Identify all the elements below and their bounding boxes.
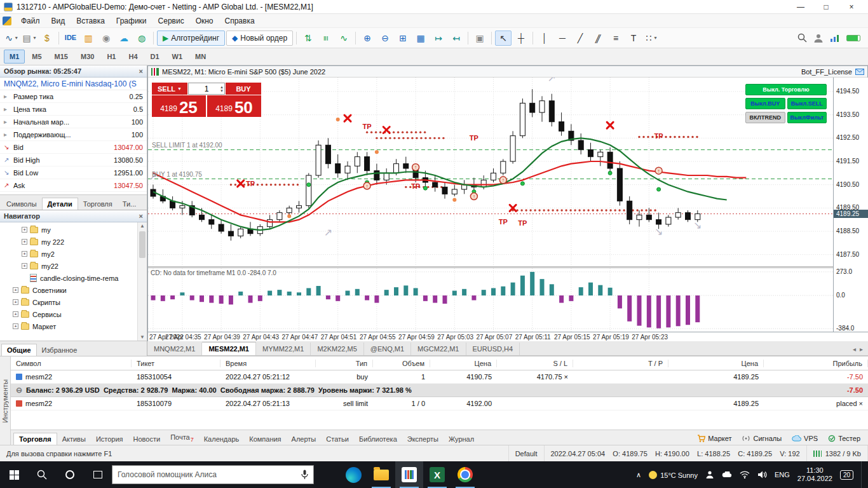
market-watch-row[interactable]: ▸Размер тика0.25 [0,90,147,103]
microphone-icon[interactable] [301,470,308,480]
chart-tab[interactable]: MYMM22,M1 [256,342,311,355]
price-chart[interactable]: ↑↑↑↑↑TPTPTPTPTPTPTP↗↗↗↘↘ SELL▼ ▲▼ BUY 41… [148,78,833,266]
trade-row[interactable]: mesm221853100792022.04.27 05:21:13sell l… [11,397,868,410]
fibonacci-icon[interactable]: ≡ [607,30,624,46]
search-icon[interactable] [797,33,807,43]
chart-tab[interactable]: EURUSD,H4 [466,342,520,355]
vertical-line-icon[interactable]: │ [536,30,553,46]
navigator-item[interactable]: +Сервисы [0,308,147,320]
buy-button[interactable]: BUY [226,83,261,95]
chrome-taskbar-icon[interactable] [451,461,479,488]
scrollbar-thumb[interactable] [139,231,146,258]
expand-icon[interactable]: + [22,239,27,245]
expand-icon[interactable]: + [22,263,27,269]
chart-tab[interactable]: M2KM22,M5 [311,342,363,355]
taskbar-search-input[interactable]: Голосовой помощник Алиса [112,465,314,484]
market-watch-row[interactable]: ↗Bid High13080.50 [0,154,147,166]
new-order-button[interactable]: ◆Новый ордер [226,30,293,46]
mail-icon[interactable] [855,69,864,75]
show-desktop-button[interactable] [861,461,864,488]
navigator-item[interactable]: +Советники [0,284,147,296]
navigator-item[interactable]: +my [0,224,147,236]
market-watch-toggle-icon[interactable]: $ [39,30,55,46]
tick-chart-icon[interactable]: ⇅ [300,30,316,46]
excel-taskbar-icon[interactable]: X [423,461,451,488]
channel-icon[interactable]: ∥ [590,30,606,46]
onedrive-icon[interactable] [722,471,732,478]
start-button[interactable] [0,461,28,488]
column-header[interactable]: Прибыль [764,360,868,367]
timeframe-m15[interactable]: M15 [49,50,74,64]
timeframe-mn[interactable]: MN [189,50,212,64]
market-watch-row[interactable]: ▸Поддерживающ...100 [0,128,147,141]
market-watch-row[interactable]: ↘Bid Low12951.00 [0,166,147,179]
toolbox-tab[interactable]: Эксперты [402,433,444,445]
crosshair-icon[interactable]: ┼ [513,30,529,46]
weather-widget[interactable]: 15°C Sunny [649,471,698,479]
explorer-taskbar-icon[interactable] [367,461,395,488]
price-axis[interactable]: 4194.504193.504192.504191.504190.504189.… [833,78,868,332]
chart-profiles-icon[interactable]: ▤▾ [21,30,37,46]
trade-row[interactable]: mesm221853100542022.04.27 05:21:12buy141… [11,370,868,384]
people-icon[interactable] [705,470,714,479]
timeframe-w1[interactable]: W1 [166,50,189,64]
menu-item[interactable]: Окно [190,15,219,27]
chart-tab[interactable]: MESM22,M1 [202,342,256,355]
column-header[interactable]: S / L [497,360,573,367]
market-watch-row[interactable]: ↗Ask13047.50 [0,179,147,192]
market-watch-row[interactable]: ↘Bid13047.00 [0,141,147,154]
collapse-icon[interactable]: ⊖ [16,386,22,395]
timeframe-m30[interactable]: M30 [75,50,100,64]
toolbox-tab[interactable]: Статьи [321,433,354,445]
scroll-up-icon[interactable]: ▲ [138,223,147,229]
column-header[interactable]: Тикет [132,360,220,367]
close-button[interactable]: × [839,3,864,11]
menu-item[interactable]: Вид [46,15,71,27]
timeframe-d1[interactable]: D1 [145,50,165,64]
toolbox-tab[interactable]: История [91,433,128,445]
toolbox-tab[interactable]: Алерты [287,433,322,445]
ide-icon[interactable]: IDE [62,30,79,46]
navigator-scrollbar[interactable]: ▲ ▼ [137,222,147,341]
toolbox-vertical-tab[interactable]: Инструменты [0,356,11,445]
market-button[interactable]: Маркет [697,435,731,442]
broadcast-icon[interactable]: ◉ [98,30,114,46]
market-watch-row[interactable]: ▸Начальная мар...100 [0,116,147,128]
toolbox-tab[interactable]: Календарь [199,433,245,445]
menu-item[interactable]: Справка [219,15,261,27]
timeframe-h4[interactable]: H4 [123,50,143,64]
bot-filter-button[interactable]: ВыклФильт [787,112,827,123]
cloud-icon[interactable]: ☁ [116,30,132,46]
toolbox-tab[interactable]: Журнал [444,433,479,445]
column-header[interactable]: Тип [316,360,373,367]
notifications-icon[interactable]: 20 [840,470,853,480]
expand-icon[interactable]: + [13,323,18,329]
tester-button[interactable]: Тестер [828,435,860,442]
chart-tab[interactable]: MNQM22,M1 [147,342,202,355]
navigator-tab[interactable]: Общие [1,344,37,356]
expand-icon[interactable]: + [22,227,27,233]
bars-icon[interactable]: ≡ [318,30,334,46]
indicator-pane[interactable]: CD: No data for timeframe M1 0.0 -284.0 … [148,268,833,332]
tabs-scroll-left-icon[interactable]: ◂ [853,346,856,353]
grid-icon[interactable]: ⊞ [395,30,411,46]
expand-icon[interactable]: + [13,287,18,293]
signals-button[interactable]: Сигналы [742,435,782,442]
market-watch-row[interactable]: ▸Цена тика0.5 [0,103,147,116]
toolbox-tab[interactable]: Активы [57,433,91,445]
sell-button[interactable]: SELL▼ [152,83,187,95]
column-header[interactable]: Цена [668,360,764,367]
market-watch-tab[interactable]: Ти... [118,198,142,210]
taskbar-search-icon[interactable] [28,461,56,488]
tile-windows-icon[interactable]: ▦ [412,30,429,46]
close-icon[interactable]: × [139,212,143,220]
spinner-icons[interactable]: ▲▼ [220,83,224,94]
account-icon[interactable] [813,33,824,43]
market-watch-tab[interactable]: Детали [42,198,78,210]
column-header[interactable]: Объем [373,360,430,367]
new-chart-icon[interactable]: ∿▾ [3,30,20,46]
toolbox-tab[interactable]: Компания [244,433,286,445]
community-icon[interactable]: ◍ [133,30,150,46]
shift-chart-icon[interactable]: ↦ [430,30,447,46]
chart-tab[interactable]: MGCM22,M1 [411,342,466,355]
